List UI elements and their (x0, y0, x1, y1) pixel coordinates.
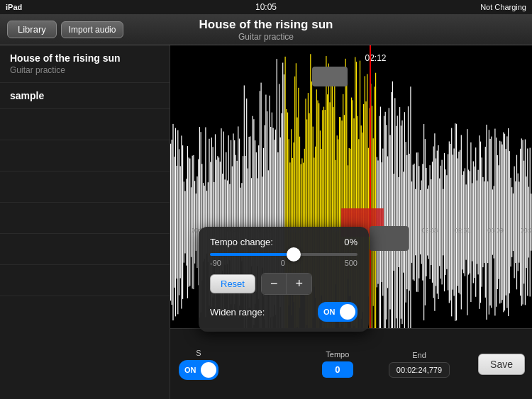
widen-toggle[interactable]: ON (318, 302, 358, 322)
import-audio-button[interactable]: Import audio (61, 21, 124, 38)
save-button[interactable]: Save (478, 354, 525, 375)
selection-handle-bottom[interactable] (370, 226, 409, 251)
end-control: End 00:02:24,779 (389, 351, 450, 378)
status-time: 10:05 (255, 2, 277, 12)
slider-mid: 0 (281, 259, 285, 267)
tempo-slider-container[interactable]: -90 0 500 (210, 253, 358, 267)
sidebar-track-title: House of the rising sun (10, 52, 160, 64)
stepper-minus[interactable]: − (262, 274, 287, 294)
sidebar-sample-label: sample (10, 90, 160, 101)
start-label: S (196, 349, 201, 357)
selection-handle-top[interactable] (312, 67, 348, 86)
widen-toggle-thumb (340, 304, 355, 320)
slider-min: -90 (210, 259, 221, 267)
stepper: − + (261, 273, 312, 295)
reset-button[interactable]: Reset (210, 274, 255, 293)
status-battery: Not Charging (480, 3, 526, 11)
main-layout: House of the rising sun Guitar practice … (0, 45, 532, 399)
playhead-line[interactable] (370, 45, 371, 328)
status-bar: iPad 10:05 Not Charging (0, 0, 532, 14)
nav-title: House of the rising sun Guitar practice (199, 18, 333, 42)
sidebar-track-sub: Guitar practice (10, 65, 160, 75)
sidebar-empty-2 (0, 140, 170, 172)
sidebar-empty-6 (0, 265, 170, 296)
start-toggle[interactable]: ON (179, 360, 218, 380)
start-toggle-text: ON (184, 366, 196, 374)
stepper-plus[interactable]: + (287, 274, 311, 294)
waveform-area[interactable]: 02:12 S ON Tempo 0 En (170, 45, 532, 399)
track-title: House of the rising sun (199, 18, 333, 32)
widen-toggle-text: ON (323, 308, 336, 316)
tempo-popup: Tempo change: 0% -90 0 500 Reset − + (199, 227, 369, 332)
sidebar-empty-1 (0, 109, 170, 140)
end-value[interactable]: 00:02:24,779 (389, 362, 450, 378)
nav-bar: Library Import audio House of the rising… (0, 14, 532, 45)
end-label: End (412, 351, 426, 359)
widen-label: Widen range: (210, 307, 265, 317)
sidebar-empty-3 (0, 172, 170, 203)
popup-buttons-row: Reset − + (210, 273, 358, 295)
tempo-popup-header: Tempo change: 0% (210, 237, 358, 247)
tempo-change-label: Tempo change: (210, 237, 273, 247)
track-subtitle: Guitar practice (199, 32, 333, 42)
slider-labels: -90 0 500 (210, 259, 358, 267)
tempo-slider-track (210, 253, 358, 256)
sidebar-empty-4 (0, 203, 170, 234)
tempo-change-value: 0% (344, 237, 358, 247)
sidebar-item-track[interactable]: House of the rising sun Guitar practice (0, 45, 170, 83)
sidebar-sample-section[interactable]: sample (0, 83, 170, 109)
library-button[interactable]: Library (7, 21, 57, 38)
tempo-label: Tempo (326, 350, 349, 359)
sidebar-empty-5 (0, 234, 170, 265)
bottom-controls: S ON Tempo 0 End 00:02:24,779 Save (170, 328, 532, 399)
widen-row: Widen range: ON (210, 302, 358, 322)
tempo-control: Tempo 0 (322, 350, 353, 378)
status-ipad: iPad (6, 3, 22, 11)
slider-max: 500 (345, 259, 358, 267)
start-toggle-thumb (201, 362, 216, 378)
sidebar: House of the rising sun Guitar practice … (0, 45, 170, 399)
tempo-value[interactable]: 0 (322, 361, 353, 378)
